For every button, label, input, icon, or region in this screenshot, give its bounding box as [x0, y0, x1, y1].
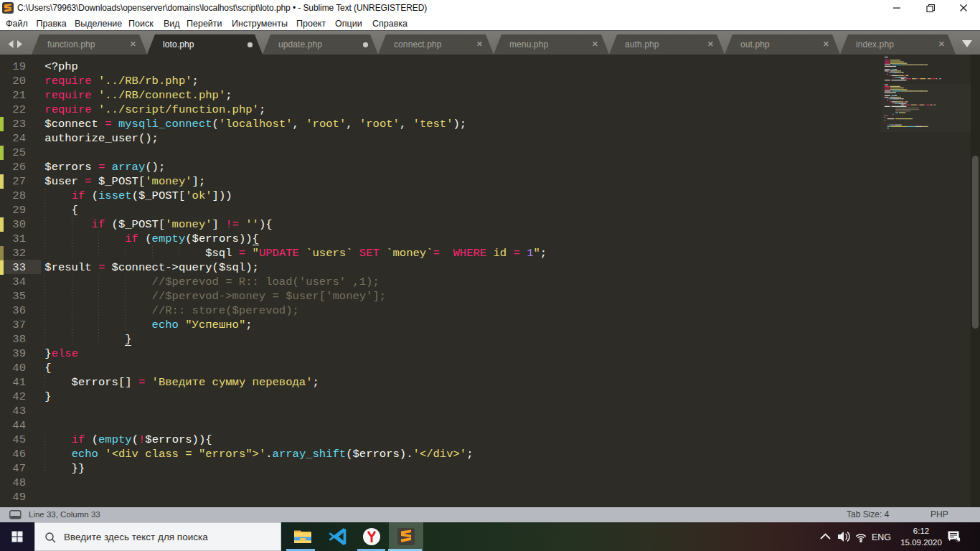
svg-text:ENG: ENG: [872, 532, 891, 542]
